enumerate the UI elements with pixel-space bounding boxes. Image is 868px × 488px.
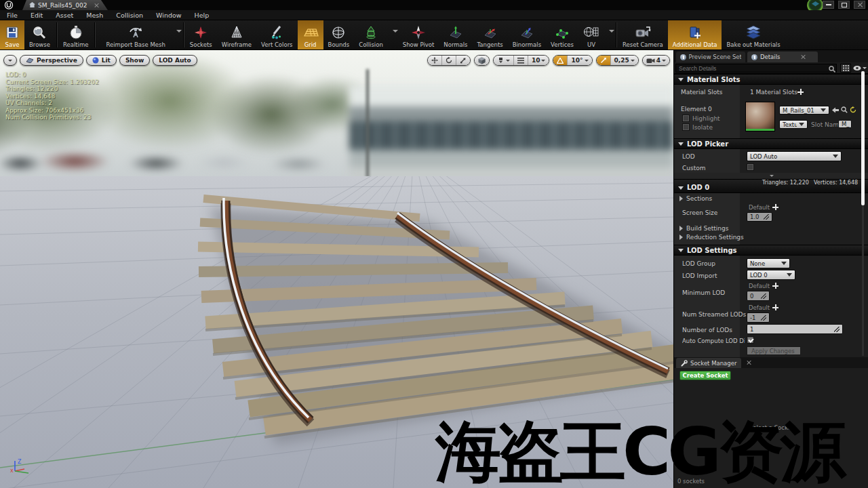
scrollbar-thumb[interactable] xyxy=(861,71,865,205)
grid-button[interactable]: Grid xyxy=(298,20,323,49)
tab-close-icon[interactable] xyxy=(94,3,99,8)
reimport-base-mesh-button[interactable]: Reimport Base Mesh xyxy=(96,20,174,49)
lod-auto-label: LOD Auto xyxy=(159,57,191,64)
stat-screen-size: Current Screen Size: 1.293202 xyxy=(5,79,99,86)
display-filter-button[interactable] xyxy=(840,64,851,73)
lod-dropdown[interactable]: LOD Auto xyxy=(747,151,842,161)
add-material-slot-icon[interactable] xyxy=(797,89,804,95)
bake-out-materials-button[interactable]: Bake out Materials xyxy=(722,20,785,49)
section-material-slots[interactable]: Material Slots xyxy=(674,74,868,85)
rotation-snap-toggle-button[interactable] xyxy=(553,56,568,65)
reset-camera-button[interactable]: Reset Camera xyxy=(618,20,668,49)
menu-mesh[interactable]: Mesh xyxy=(86,12,103,19)
vertices-button[interactable]: Vertices xyxy=(546,20,578,49)
bounds-button[interactable]: Bounds xyxy=(323,20,355,49)
surface-snap-icon xyxy=(497,57,505,64)
highlight-checkbox[interactable] xyxy=(682,115,690,122)
normals-button[interactable]: Normals xyxy=(439,20,472,49)
menu-help[interactable]: Help xyxy=(195,12,210,19)
slot-name-field[interactable]: M_ xyxy=(838,120,852,128)
reduction-settings-row[interactable]: Reduction Settings xyxy=(679,234,744,241)
tab-preview-scene-settings[interactable]: Preview Scene Sett xyxy=(676,52,745,62)
camera-speed-button[interactable]: 4 xyxy=(643,56,669,65)
grid-snap-group: 10 xyxy=(493,55,550,66)
translate-tool-button[interactable] xyxy=(428,56,442,65)
browse-to-asset-icon[interactable] xyxy=(841,106,848,113)
realtime-button[interactable]: Realtime xyxy=(58,20,94,49)
collision-button[interactable]: Collision xyxy=(354,20,391,49)
expander-bar[interactable] xyxy=(674,173,868,179)
isolate-checkbox[interactable] xyxy=(682,123,690,131)
maximize-button[interactable] xyxy=(838,1,850,9)
show-menu-button[interactable]: Show xyxy=(119,55,150,66)
material-thumbnail[interactable] xyxy=(745,102,775,131)
tangents-button[interactable]: Tangents xyxy=(473,20,508,49)
search-input[interactable] xyxy=(675,64,837,73)
num-streamed-spinbox[interactable]: -1 xyxy=(747,312,770,323)
minimize-button[interactable] xyxy=(823,1,834,9)
sections-row[interactable]: Sections xyxy=(679,195,712,202)
lit-button[interactable]: Lit xyxy=(86,55,117,66)
vertices-label: Vertices xyxy=(551,41,574,48)
screen-size-spinbox[interactable]: 1.0 xyxy=(747,212,772,222)
num-streamed-add-icon[interactable] xyxy=(772,304,778,310)
socket-tab-close-icon[interactable] xyxy=(746,360,751,365)
minimum-lod-spinbox[interactable]: 0 xyxy=(747,291,770,301)
collision-dropdown-caret[interactable] xyxy=(393,30,398,33)
uv-button[interactable]: UV xyxy=(578,20,608,49)
custom-checkbox[interactable] xyxy=(747,163,754,171)
show-pivot-button[interactable]: Show Pivot xyxy=(398,20,439,49)
minimum-lod-add-icon[interactable] xyxy=(772,283,778,289)
perspective-button[interactable]: Perspective xyxy=(20,55,83,66)
tab-close-icon[interactable] xyxy=(800,54,806,60)
number-of-lods-spinbox[interactable]: 1 xyxy=(747,324,843,334)
world-local-toggle-button[interactable] xyxy=(475,56,489,65)
additional-data-button[interactable]: Additional Data xyxy=(668,20,722,49)
apply-changes-button[interactable]: Apply Changes xyxy=(747,346,801,355)
rotation-snap-value-button[interactable]: 10° xyxy=(568,56,591,65)
asset-tab[interactable]: SM_Rails45_002 xyxy=(22,0,108,10)
scale-tool-button[interactable] xyxy=(456,56,470,65)
tab-details[interactable]: Details xyxy=(747,52,818,62)
close-button[interactable] xyxy=(854,1,865,9)
camera-speed-value: 4 xyxy=(656,57,660,64)
menu-window[interactable]: Window xyxy=(156,12,181,19)
material-select-dropdown[interactable]: M_Rails_01 xyxy=(779,106,829,115)
section-lod-picker[interactable]: LOD Picker xyxy=(674,138,868,149)
reimport-dropdown-caret[interactable] xyxy=(176,30,182,33)
grid-snap-toggle-button[interactable] xyxy=(514,56,528,65)
menu-collision[interactable]: Collision xyxy=(116,12,143,19)
lod-group-dropdown[interactable]: None xyxy=(747,258,790,268)
browse-button[interactable]: Browse xyxy=(24,20,55,49)
grid-snap-value-button[interactable]: 10 xyxy=(528,56,549,65)
surface-snap-button[interactable] xyxy=(494,56,514,65)
viewport-options-button[interactable] xyxy=(3,55,17,66)
tab-socket-manager[interactable]: Socket Manager xyxy=(676,358,741,368)
vert-colors-button[interactable]: Vert Colors xyxy=(256,20,298,49)
lod-auto-button[interactable]: LOD Auto xyxy=(153,55,197,66)
sockets-button[interactable]: Sockets xyxy=(185,20,217,49)
menu-edit[interactable]: Edit xyxy=(31,12,43,19)
scale-snap-toggle-button[interactable] xyxy=(597,56,611,65)
create-socket-button[interactable]: Create Socket xyxy=(679,371,731,380)
uv-dropdown-caret[interactable] xyxy=(609,30,614,33)
rotate-tool-button[interactable] xyxy=(442,56,456,65)
use-selected-icon[interactable] xyxy=(832,107,839,113)
textures-dropdown[interactable]: Textures xyxy=(779,120,808,129)
reset-camera-label: Reset Camera xyxy=(623,41,663,48)
screen-size-default: Default xyxy=(749,204,770,211)
screen-size-label: Screen Size xyxy=(682,209,717,216)
menu-asset[interactable]: Asset xyxy=(56,12,73,19)
wireframe-button[interactable]: Wireframe xyxy=(217,20,256,49)
reset-to-default-icon[interactable] xyxy=(850,106,856,113)
build-settings-row[interactable]: Build Settings xyxy=(679,225,728,232)
auto-compute-checkbox[interactable] xyxy=(747,336,754,344)
scale-snap-value-button[interactable]: 0,25 xyxy=(611,56,638,65)
binormals-button[interactable]: Binormals xyxy=(508,20,546,49)
section-lod-settings[interactable]: LOD Settings xyxy=(674,245,868,256)
menu-file[interactable]: File xyxy=(7,12,18,19)
save-button[interactable]: Save xyxy=(0,20,24,49)
view-options-button[interactable] xyxy=(853,64,867,73)
screen-size-add-icon[interactable] xyxy=(772,204,778,210)
lod-import-dropdown[interactable]: LOD 0 xyxy=(747,270,795,280)
